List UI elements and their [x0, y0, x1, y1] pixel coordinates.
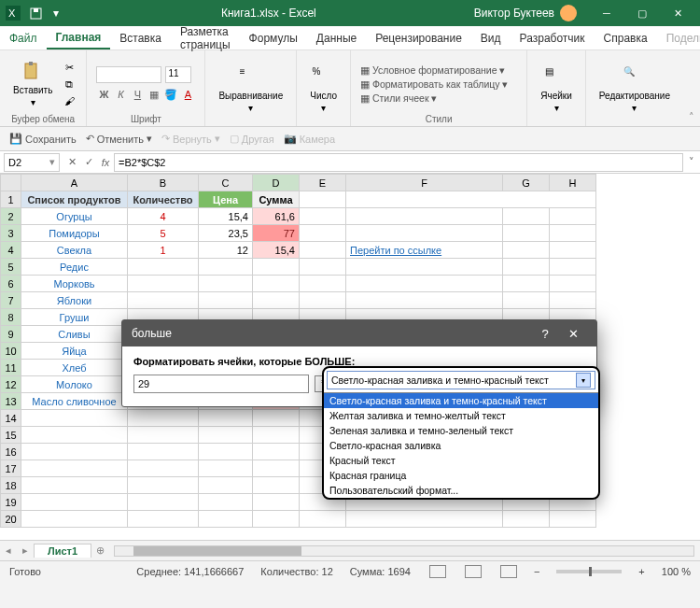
cell[interactable]: Помидоры — [21, 225, 128, 242]
horizontal-scrollbar[interactable] — [114, 545, 694, 557]
user-account[interactable]: Виктор Буктеев — [474, 5, 577, 21]
cell[interactable] — [21, 460, 128, 477]
other-button[interactable]: ▢Другая — [230, 133, 274, 145]
cell[interactable] — [346, 292, 503, 309]
cell[interactable]: 61,6 — [253, 208, 300, 225]
undo-button[interactable]: ↶Отменить ▾ — [86, 133, 152, 145]
font-name-box[interactable] — [96, 66, 161, 83]
cut-icon[interactable]: ✂ — [62, 60, 77, 75]
number-button[interactable]: %Число▾ — [306, 64, 341, 115]
row-header[interactable]: 19 — [1, 494, 21, 511]
cell[interactable] — [300, 511, 346, 528]
add-sheet-button[interactable]: ⊕ — [91, 544, 108, 557]
row-header[interactable]: 3 — [1, 225, 21, 242]
cell[interactable]: 23,5 — [199, 225, 253, 242]
row-header[interactable]: 6 — [1, 276, 21, 292]
cell[interactable] — [346, 276, 503, 292]
row-header[interactable]: 13 — [1, 393, 21, 410]
cell[interactable] — [199, 460, 253, 477]
cell[interactable]: 12 — [199, 242, 253, 259]
cell[interactable] — [21, 427, 128, 444]
cell[interactable] — [503, 242, 550, 259]
copy-icon[interactable]: ⧉ — [62, 77, 77, 92]
format-option[interactable]: Желтая заливка и темно-желтый текст — [324, 408, 598, 423]
cell[interactable] — [550, 208, 596, 225]
cell[interactable] — [253, 494, 300, 511]
format-option[interactable]: Красная граница — [324, 468, 598, 483]
cell[interactable] — [199, 410, 253, 427]
cell[interactable]: Список продуктов — [21, 191, 128, 208]
bold-button[interactable]: Ж — [96, 87, 111, 102]
cell[interactable] — [199, 444, 253, 460]
row-header[interactable]: 7 — [1, 292, 21, 309]
column-header[interactable]: D — [253, 175, 300, 191]
cell[interactable] — [300, 225, 346, 242]
tab-share[interactable]: Поделиться — [657, 28, 700, 49]
underline-button[interactable]: Ч — [130, 87, 145, 102]
font-color-button[interactable]: A — [180, 87, 195, 102]
cell[interactable] — [128, 460, 199, 477]
cell[interactable] — [346, 259, 503, 276]
formula-input[interactable]: =B2*$C$2 — [114, 153, 683, 172]
cell[interactable] — [300, 191, 346, 208]
cell[interactable]: Количество — [128, 191, 199, 208]
cell[interactable] — [550, 511, 596, 528]
expand-formula-button[interactable]: ˅ — [683, 154, 700, 171]
cell[interactable] — [300, 208, 346, 225]
row-header[interactable]: 17 — [1, 460, 21, 477]
cell[interactable] — [550, 259, 596, 276]
cancel-formula-button[interactable]: ✕ — [63, 154, 80, 171]
cell[interactable] — [128, 444, 199, 460]
dialog-close-button[interactable]: ✕ — [559, 327, 587, 341]
column-header[interactable]: E — [300, 175, 346, 191]
alignment-button[interactable]: ≡Выравнивание▾ — [215, 64, 287, 115]
column-header[interactable]: B — [128, 175, 199, 191]
name-box[interactable]: D2 ▾ — [4, 153, 60, 172]
zoom-in-button[interactable]: + — [638, 566, 644, 577]
row-header[interactable]: 16 — [1, 444, 21, 460]
cell[interactable] — [199, 427, 253, 444]
cell[interactable] — [253, 259, 300, 276]
cell[interactable] — [253, 410, 300, 427]
fx-button[interactable]: fx — [97, 154, 114, 171]
cell[interactable]: 15,4 — [253, 242, 300, 259]
cell[interactable] — [503, 225, 550, 242]
cell[interactable] — [300, 276, 346, 292]
cell[interactable]: Сумма — [253, 191, 300, 208]
cell[interactable] — [253, 276, 300, 292]
format-option[interactable]: Красный текст — [324, 453, 598, 468]
row-header[interactable]: 9 — [1, 326, 21, 343]
tab-view[interactable]: Вид — [471, 28, 511, 49]
cell[interactable]: Сливы — [21, 326, 128, 343]
cell[interactable] — [300, 259, 346, 276]
cell[interactable]: Молоко — [21, 376, 128, 393]
cell[interactable]: Яблоки — [21, 292, 128, 309]
accept-formula-button[interactable]: ✓ — [80, 154, 97, 171]
cell[interactable] — [128, 427, 199, 444]
row-header[interactable]: 5 — [1, 259, 21, 276]
cell[interactable] — [21, 410, 128, 427]
cell[interactable]: Огурцы — [21, 208, 128, 225]
cell[interactable]: 5 — [128, 225, 199, 242]
zoom-out-button[interactable]: − — [534, 566, 539, 577]
cell[interactable] — [300, 292, 346, 309]
cell[interactable] — [199, 276, 253, 292]
cell[interactable] — [128, 292, 199, 309]
cell[interactable]: 4 — [128, 208, 199, 225]
format-option[interactable]: Пользовательский формат... — [324, 483, 598, 498]
cell[interactable]: Хлеб — [21, 360, 128, 376]
cell[interactable]: Свекла — [21, 242, 128, 259]
tab-insert[interactable]: Вставка — [110, 28, 171, 49]
collapse-ribbon-button[interactable]: ˄ — [683, 50, 700, 126]
italic-button[interactable]: К — [113, 87, 128, 102]
cell[interactable]: 15,4 — [199, 208, 253, 225]
tab-home[interactable]: Главная — [47, 27, 111, 49]
tab-file[interactable]: Файл — [0, 28, 47, 49]
select-all-corner[interactable] — [1, 175, 21, 191]
cell[interactable] — [199, 494, 253, 511]
row-header[interactable]: 18 — [1, 477, 21, 494]
cell[interactable]: Яйца — [21, 343, 128, 360]
cell[interactable] — [550, 225, 596, 242]
cell[interactable] — [253, 444, 300, 460]
column-header[interactable]: G — [503, 175, 550, 191]
